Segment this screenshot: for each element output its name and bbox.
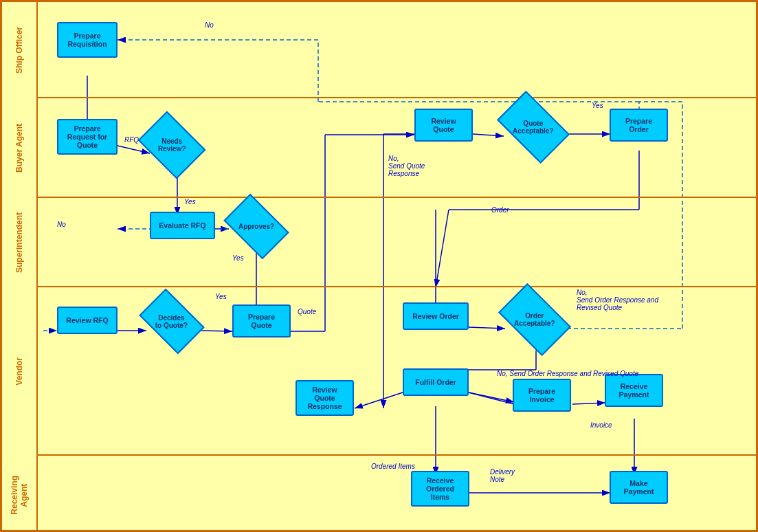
label-rfq: RFQ bbox=[124, 136, 139, 144]
label-no-superintendent: No bbox=[57, 221, 66, 228]
approves-node: Approves? bbox=[223, 194, 289, 259]
diagram-container: Ship Officer Prepare Requisition No Buye… bbox=[0, 0, 758, 532]
label-quote: Quote bbox=[298, 308, 316, 315]
label-yes-order-acc: No, Send Order Response and Revised Quot… bbox=[497, 370, 638, 377]
lane-label-vendor: Vendor bbox=[2, 287, 38, 456]
receive-payment-node: ReceivePayment bbox=[605, 374, 663, 407]
prepare-invoice-node: PrepareInvoice bbox=[513, 379, 571, 412]
label-yes-approves: Yes bbox=[232, 254, 244, 262]
evaluate-rfq-node: Evaluate RFQ bbox=[150, 212, 215, 239]
make-payment-node: MakePayment bbox=[610, 471, 668, 504]
prepare-rfq-node: PrepareRequest forQuote bbox=[57, 119, 118, 155]
label-yes-needs-review: Yes bbox=[184, 198, 196, 206]
review-quote-response-node: ReviewQuoteResponse bbox=[296, 380, 354, 416]
lane-superintendent: Superintendent Evaluate RFQ Approves? No… bbox=[2, 198, 756, 287]
label-ordered-items: Ordered Items bbox=[371, 463, 415, 470]
lane-ship-officer: Ship Officer Prepare Requisition No bbox=[2, 2, 756, 98]
lane-label-ship-officer: Ship Officer bbox=[2, 2, 38, 98]
decides-to-quote-node: Decidesto Quote? bbox=[139, 289, 204, 354]
prepare-requisition-node: Prepare Requisition bbox=[57, 22, 118, 58]
label-order: Order bbox=[491, 206, 509, 214]
review-order-node: Review Order bbox=[403, 302, 469, 330]
order-acceptable-node: OrderAcceptable? bbox=[498, 283, 571, 356]
label-no-send-order: No,Send Order Response andRevised Quote bbox=[577, 289, 658, 311]
label-no-send-quote: No,Send QuoteResponse bbox=[388, 155, 425, 177]
review-quote-node: ReviewQuote bbox=[414, 109, 473, 142]
label-yes-quote-acc: Yes bbox=[592, 102, 603, 109]
review-rfq-node: Review RFQ bbox=[57, 307, 118, 334]
prepare-quote-node: PrepareQuote bbox=[232, 304, 291, 337]
quote-acceptable-node: QuoteAcceptable? bbox=[497, 91, 570, 164]
lane-label-superintendent: Superintendent bbox=[2, 198, 38, 287]
label-invoice: Invoice bbox=[590, 421, 612, 429]
lane-receiving-agent: ReceivingAgent ReceiveOrderedItems MakeP… bbox=[2, 456, 756, 532]
needs-review-node: NeedsReview? bbox=[138, 111, 206, 179]
fulfill-order-node: Fulfill Order bbox=[403, 368, 469, 396]
prepare-order-node: PrepareOrder bbox=[610, 109, 668, 142]
lane-label-buyer-agent: Buyer Agent bbox=[2, 98, 38, 198]
label-delivery-note: DeliveryNote bbox=[490, 468, 515, 483]
lane-buyer-agent: Buyer Agent PrepareRequest forQuote Need… bbox=[2, 98, 756, 198]
label-yes-decides: Yes bbox=[215, 293, 227, 300]
label-no-top: No bbox=[205, 21, 214, 29]
lane-label-receiving-agent: ReceivingAgent bbox=[2, 456, 38, 532]
receive-ordered-items-node: ReceiveOrderedItems bbox=[411, 471, 469, 507]
lane-vendor: Vendor Review RFQ Decidesto Quote? Prepa… bbox=[2, 287, 756, 456]
